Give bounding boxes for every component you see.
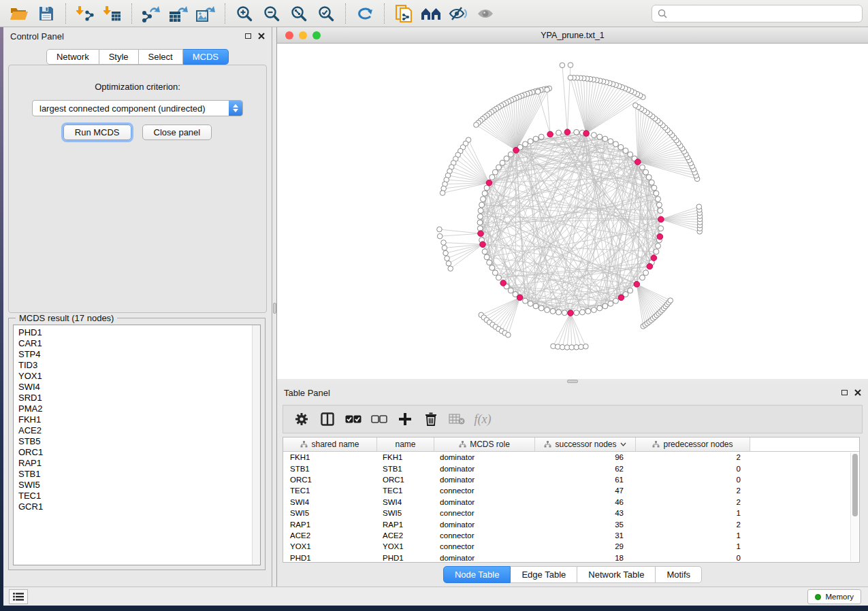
zoom-fit-button[interactable] [285, 2, 312, 25]
table-row[interactable]: SWI4SWI4dominator462 [283, 497, 859, 508]
first-neighbors-button[interactable] [417, 2, 445, 25]
cell-successor_nodes[interactable]: 29 [535, 542, 636, 550]
cell-shared_name[interactable]: ACE2 [283, 531, 377, 540]
table-row[interactable]: PHD1PHD1dominator180 [283, 552, 859, 563]
show-hidden-button[interactable] [472, 2, 499, 25]
cell-successor_nodes[interactable]: 47 [535, 486, 636, 495]
cell-predecessor_nodes[interactable]: 2 [636, 453, 750, 461]
cell-mcds_role[interactable]: dominator [434, 465, 535, 473]
zoom-in-button[interactable] [231, 2, 258, 25]
column-header-predecessor-nodes[interactable]: predecessor nodes [636, 437, 750, 451]
cell-shared_name[interactable]: FKH1 [283, 453, 377, 461]
cell-name[interactable]: SWI4 [377, 498, 434, 506]
tab-network-table[interactable]: Network Table [577, 566, 656, 583]
float-panel-icon[interactable] [245, 33, 251, 39]
cell-mcds_role[interactable]: dominator [434, 521, 535, 529]
cell-successor_nodes[interactable]: 61 [535, 476, 636, 484]
splitter-grip[interactable] [273, 303, 276, 314]
table-row[interactable]: STB1STB1dominator620 [283, 463, 859, 474]
network-window-titlebar[interactable]: YPA_prune.txt_1 [277, 27, 868, 44]
cell-shared_name[interactable]: YOX1 [283, 542, 377, 550]
cell-predecessor_nodes[interactable]: 1 [636, 542, 750, 550]
column-header-successor-nodes[interactable]: successor nodes [535, 437, 636, 451]
close-panel-icon[interactable] [854, 389, 861, 396]
cell-shared_name[interactable]: PHD1 [283, 554, 377, 562]
export-image-button[interactable] [192, 2, 219, 25]
tab-style[interactable]: Style [99, 49, 139, 65]
mcds-result-item[interactable]: YOX1 [18, 371, 252, 382]
table-row[interactable]: FKH1FKH1dominator962 [283, 452, 859, 463]
mcds-result-item[interactable]: TID3 [18, 360, 252, 371]
cell-name[interactable]: TEC1 [377, 486, 434, 495]
mcds-list-scrollbar[interactable] [252, 325, 260, 565]
export-table-button[interactable] [165, 2, 192, 25]
tab-select[interactable]: Select [139, 49, 183, 65]
tab-edge-table[interactable]: Edge Table [511, 566, 577, 583]
mcds-result-item[interactable]: SRD1 [18, 393, 252, 403]
cell-name[interactable]: PHD1 [377, 554, 434, 562]
cell-name[interactable]: ORC1 [377, 476, 434, 484]
mcds-result-item[interactable]: PMA2 [18, 403, 252, 414]
panel-menu-button[interactable] [9, 589, 28, 604]
cell-mcds_role[interactable]: connector [434, 486, 535, 495]
cell-predecessor_nodes[interactable]: 2 [636, 521, 750, 529]
cell-mcds_role[interactable]: dominator [434, 554, 535, 562]
cell-predecessor_nodes[interactable]: 2 [636, 498, 750, 506]
cell-shared_name[interactable]: TEC1 [283, 486, 377, 495]
mcds-result-item[interactable]: ORC1 [18, 447, 252, 458]
cell-name[interactable]: FKH1 [377, 453, 434, 461]
cell-successor_nodes[interactable]: 62 [535, 465, 636, 473]
memory-button[interactable]: Memory [807, 589, 861, 604]
mcds-result-item[interactable]: SWI5 [18, 480, 252, 491]
cell-name[interactable]: STB1 [377, 465, 434, 473]
add-column-button[interactable] [393, 408, 417, 431]
cell-mcds_role[interactable]: connector [434, 509, 535, 517]
cell-name[interactable]: YOX1 [377, 542, 434, 550]
cell-shared_name[interactable]: SWI4 [283, 498, 377, 506]
table-row[interactable]: RAP1RAP1dominator352 [283, 518, 859, 529]
close-panel-icon[interactable] [258, 33, 265, 39]
table-row[interactable]: TEC1TEC1connector472 [283, 485, 859, 496]
cell-successor_nodes[interactable]: 18 [535, 554, 636, 562]
open-session-button[interactable] [5, 2, 33, 25]
close-panel-button[interactable]: Close panel [142, 125, 212, 140]
cell-name[interactable]: SWI5 [377, 509, 434, 517]
cell-name[interactable]: ACE2 [377, 531, 434, 540]
cell-successor_nodes[interactable]: 96 [535, 453, 636, 461]
tab-motifs[interactable]: Motifs [656, 566, 702, 583]
zoom-out-button[interactable] [258, 2, 285, 25]
cell-shared_name[interactable]: SWI5 [283, 509, 377, 517]
apply-layout-button[interactable] [351, 2, 379, 25]
deselect-all-button[interactable] [368, 408, 391, 431]
export-network-button[interactable] [138, 2, 165, 25]
cell-mcds_role[interactable]: dominator [434, 498, 535, 506]
mcds-result-item[interactable]: STB1 [18, 469, 252, 480]
table-row[interactable]: ORC1ORC1dominator610 [283, 474, 859, 485]
mcds-result-item[interactable]: PHD1 [18, 327, 252, 338]
float-panel-icon[interactable] [841, 390, 848, 395]
tab-node-table[interactable]: Node Table [443, 566, 511, 583]
import-network-button[interactable] [71, 2, 99, 25]
run-mcds-button[interactable]: Run MCDS [63, 125, 131, 140]
cell-shared_name[interactable]: RAP1 [283, 521, 377, 529]
ring-node-layer[interactable] [477, 129, 664, 315]
tab-network[interactable]: Network [46, 49, 99, 65]
column-header-MCDS-role[interactable]: MCDS role [434, 437, 535, 451]
mcds-result-item[interactable]: TEC1 [18, 491, 252, 501]
cell-predecessor_nodes[interactable]: 1 [636, 531, 750, 540]
delete-column-button[interactable] [419, 408, 443, 431]
cell-successor_nodes[interactable]: 35 [535, 521, 636, 529]
cell-mcds_role[interactable]: connector [434, 542, 535, 550]
cell-mcds_role[interactable]: dominator [434, 476, 535, 484]
mcds-result-item[interactable]: FKH1 [18, 414, 252, 425]
mcds-result-item[interactable]: STB5 [18, 436, 252, 447]
cell-successor_nodes[interactable]: 43 [535, 509, 636, 517]
cell-predecessor_nodes[interactable]: 1 [636, 509, 750, 517]
cell-mcds_role[interactable]: connector [434, 531, 535, 540]
clone-network-button[interactable] [390, 2, 417, 25]
table-row[interactable]: YOX1YOX1connector291 [283, 541, 859, 552]
network-canvas[interactable] [277, 44, 868, 379]
tab-mcds[interactable]: MCDS [183, 49, 229, 65]
cell-predecessor_nodes[interactable]: 0 [636, 465, 750, 473]
table-row[interactable]: ACE2ACE2connector311 [283, 530, 859, 541]
